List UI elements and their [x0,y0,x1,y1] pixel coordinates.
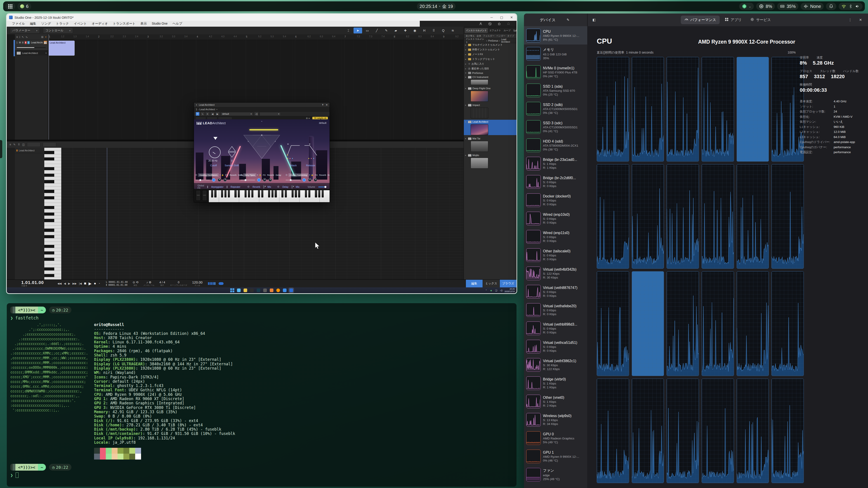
menu-ファイル[interactable]: ファイル [9,22,27,26]
piano-key[interactable] [44,161,61,164]
quantize-q[interactable]: Q [439,28,447,33]
taskbar-app-inkscape[interactable] [263,288,267,293]
device-item-Virtual (vethca51d51)[interactable]: Virtual (vethca51d51)S: 0 KbpsR: 0 Kbps [524,337,587,356]
repeater-toggle[interactable] [227,186,227,188]
black-key[interactable] [251,190,253,197]
mute-tool[interactable]: ▰ [392,28,400,33]
notifications-button[interactable] [826,3,836,10]
black-key[interactable] [224,190,226,197]
taskbar-app-files[interactable] [243,288,248,293]
browser-tab-インストゥルメント[interactable]: インストゥルメント [465,28,488,33]
black-key[interactable] [285,190,287,197]
piano-key[interactable] [44,261,61,264]
instrument-thumbnail[interactable] [471,141,488,152]
black-key[interactable] [214,190,216,197]
menu-トラック[interactable]: トラック [53,22,71,26]
piano-key[interactable] [44,196,61,199]
ibeam-tool[interactable]: ⌶ [344,28,352,33]
locator-display[interactable]: L 00001.01.01.00 Ⅱ 00001.01.01.00 [106,281,127,287]
black-key[interactable] [261,190,264,197]
track-volume-slider[interactable] [17,47,46,48]
black-key[interactable] [238,190,240,197]
track-name[interactable]: Lead Architect [31,41,43,44]
browser-instrument-Mai Tai[interactable]: ▸Mai Tai [464,136,517,152]
editor-menu-icon[interactable]: ≡ [9,143,11,146]
instrument-selector[interactable]: Lead Architect▾ [15,51,48,55]
piano-key[interactable] [44,213,61,216]
piano-key[interactable] [44,193,61,196]
editor-playhead[interactable] [107,148,107,280]
arpeggiator-toggle[interactable] [207,186,208,188]
taskbar-app-studio-one-active[interactable] [289,288,293,293]
browser-tab-Splice[interactable]: Splice [512,29,517,33]
fx-knob[interactable] [212,178,215,182]
cpu-usage-widget[interactable]: 8% [756,3,775,10]
memory-usage-widget[interactable]: 35% [777,3,798,10]
oscillator-selector[interactable]: Analog Swimming [288,173,308,177]
device-item-Bridge (br-2c2d6f0...[interactable]: Bridge (br-2c2d6f0...S: 0 KbpsR: 0 Kbps [524,173,587,191]
piano-key[interactable] [44,274,61,277]
piano-key[interactable] [44,232,61,235]
workspace-indicator[interactable]: 6 [18,3,31,10]
view-button-ミックス[interactable]: ミックス [483,280,500,287]
step-forward-button[interactable]: ▶ [68,282,70,285]
black-key[interactable] [315,190,317,197]
add-instrument-icon[interactable]: + [196,103,197,106]
home-icon[interactable] [498,22,501,26]
piano-key[interactable] [44,238,61,241]
control-dropdown[interactable]: コントロール▾ [43,28,73,33]
device-item-SSD 1 (sda)[interactable]: SSD 1 (sda)ATA Samsung SSD 8700% (25 °C) [524,81,587,99]
meter-toggle[interactable] [219,282,223,285]
piano-key[interactable] [44,203,61,206]
piano-key[interactable] [44,174,61,177]
midi-input-icon[interactable]: ◁| [254,112,258,116]
position-display[interactable]: 1.01.01.00 小節 ▾ [21,281,44,287]
meter-tool[interactable]: ≋ [448,28,457,33]
delay-knob[interactable] [223,178,227,182]
device-item-Wired (enp11s0)[interactable]: Wired (enp11s0)S: 0 KbpsR: 0 Kbps [524,228,587,246]
morph-triangle-pad[interactable] [242,133,282,160]
black-key[interactable] [221,190,223,197]
black-key[interactable] [258,190,260,197]
tray-expand-icon[interactable]: ⌃ [485,289,488,292]
tree-folder-トラックプリセット[interactable]: ▸トラックプリセット [464,57,517,61]
fx-knob[interactable] [257,178,260,182]
morph-cursor[interactable] [213,137,217,140]
keyboard-keys[interactable] [209,190,330,202]
piano-key[interactable] [44,258,61,261]
channel-selector[interactable]: ▾ [259,112,281,116]
user-profile-icon[interactable] [479,22,483,26]
black-key[interactable] [318,190,320,197]
minimize-button[interactable]: ─ [487,14,497,21]
editor-magnet-icon[interactable]: ◫ [22,143,25,146]
breadcrumb-PreSonus[interactable]: PreSonus [488,39,498,42]
tree-vendor-presonus[interactable]: ▾PreSonus [464,71,517,75]
menu-トランスポート[interactable]: トランスポート [110,22,138,26]
piano-key[interactable] [44,264,61,267]
solo-button[interactable]: S [22,41,24,44]
black-key[interactable] [291,190,293,197]
audio-profile-widget[interactable]: None [801,3,824,10]
piano-key[interactable] [44,206,61,209]
oscillator-power-icon[interactable]: ⏻ [241,174,242,176]
device-item-Virtual (vethb898d3...[interactable]: Virtual (vethb898d3...S: 0 KbpsR: 0 Kbps [524,319,587,337]
arrange-timeline-ruler[interactable]: 11.21.31.422.22.32.433.23.33.444.24.34.4… [48,34,464,40]
browser-filter-ベンダー[interactable]: ベンダー [496,34,505,37]
piano-key[interactable] [44,245,61,248]
piano-key[interactable] [44,177,61,180]
preset-prev-button[interactable]: ◀ [211,112,214,116]
transpose-display[interactable]: 0 キー トランスポーズ [170,281,187,286]
cutoff-knob[interactable] [209,147,221,158]
browser-filter-全体[interactable]: 全体 [476,34,481,37]
reverb-knob[interactable] [308,178,311,182]
delay-knob[interactable] [269,178,272,182]
piano-key[interactable] [44,158,61,161]
piano-key[interactable] [44,164,61,167]
plugin-preset-name[interactable]: default [319,122,327,124]
piano-key[interactable] [44,252,61,255]
monitor-button[interactable]: ◖ [27,41,30,44]
reverb-knob[interactable] [218,178,221,182]
release-envelope[interactable]: ▲▲▲ [304,144,318,158]
quantize-dropdown[interactable] [27,142,40,147]
delay-mix-knob[interactable] [291,185,292,189]
